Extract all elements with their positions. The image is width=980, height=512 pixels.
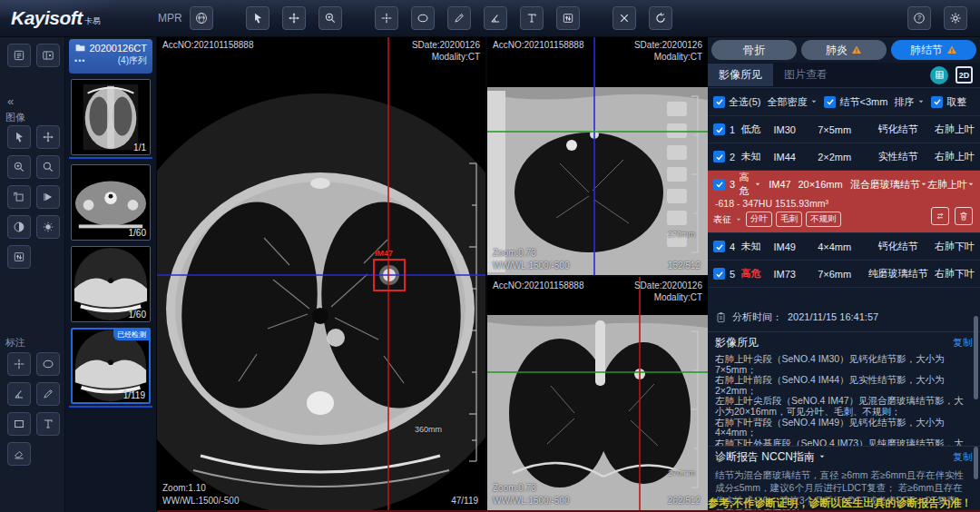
axial-accession: AccNO:202101158888 — [162, 40, 253, 50]
findings-scrollbar[interactable] — [974, 316, 978, 399]
2d-mode-button[interactable]: 2D — [956, 66, 973, 84]
warning-icon — [851, 44, 862, 55]
delete-nodule-button[interactable] — [955, 207, 973, 225]
series-thumbnail[interactable]: 1/60 — [71, 246, 151, 322]
measure-button[interactable] — [447, 6, 471, 30]
feature-chip[interactable]: 不规则 — [806, 212, 841, 227]
reset-icon — [654, 12, 667, 25]
density-filter-dropdown[interactable]: 全部密度 — [767, 95, 818, 109]
nodule-row-selected[interactable]: 3高危IM4720×16mm混合磨玻璃结节左肺上叶-618 - 347HU 15… — [708, 171, 980, 233]
round-checkbox[interactable] — [931, 96, 943, 108]
angle-button[interactable] — [484, 6, 507, 30]
feature-chip[interactable]: 分叶 — [746, 212, 772, 227]
zoom-in-tool-button[interactable] — [7, 155, 31, 179]
axial-ruler-label: 360mm — [415, 425, 442, 434]
collapse-sidebar-button[interactable]: « — [7, 94, 14, 108]
ai-tab-1[interactable]: 肺炎 — [801, 40, 887, 60]
coronal-slice-index: 262/512 — [668, 496, 701, 506]
thumbnail-separator — [69, 406, 152, 408]
logo-subtext: 卡易 — [84, 15, 101, 27]
report-button[interactable] — [930, 66, 948, 84]
axial-viewport[interactable]: AccNO:202101158888 SDate:20200126 Modali… — [157, 36, 485, 510]
coronal-viewport[interactable]: AccNO:202101158888 SDate:20200126 Modali… — [487, 277, 708, 510]
pan-button[interactable] — [282, 6, 306, 30]
copy-findings-button[interactable]: 复制 — [953, 336, 973, 350]
nodule-checkbox[interactable] — [713, 179, 725, 191]
select-all-filter[interactable]: 全选(5) — [713, 95, 760, 109]
series-more-icon[interactable]: ••• — [74, 56, 85, 65]
axial-window-level: WW/WL:1500/-500 — [162, 496, 239, 506]
ellipse-tool-button[interactable] — [36, 352, 60, 376]
cine-play-tool-button[interactable] — [36, 185, 60, 209]
feature-dropdown[interactable]: 表征 — [713, 213, 731, 226]
crosshair-tool-button[interactable] — [7, 352, 31, 376]
window-level-tool-button[interactable] — [7, 245, 31, 269]
restore-nodule-button[interactable] — [931, 207, 949, 225]
eraser-tool-button[interactable] — [7, 442, 31, 466]
select-all-checkbox[interactable] — [713, 96, 725, 108]
play-icon — [42, 191, 54, 203]
ai-tab-label: 肺炎 — [826, 43, 848, 58]
ellipse-button[interactable] — [411, 6, 435, 30]
series-thumbnail[interactable]: 1/60 — [71, 164, 151, 241]
round-filter[interactable]: 取整 — [931, 95, 966, 109]
sagittal-viewport[interactable]: AccNO:202101158888 SDate:20200126 Modali… — [487, 36, 708, 275]
nodule-row[interactable]: 2未知IM442×2mm实性结节右肺上叶 — [708, 143, 980, 171]
text-tool-button[interactable] — [36, 412, 60, 436]
analysis-time-row: 分析时间： 2021/11/15 16:41:57 — [715, 308, 980, 326]
mpr-button[interactable]: MPR — [190, 6, 213, 30]
window-level-button[interactable] — [556, 6, 580, 30]
delete-button[interactable] — [612, 6, 636, 30]
tab-findings[interactable]: 影像所见 — [708, 64, 773, 86]
text-button[interactable] — [520, 6, 544, 30]
copy-report-button[interactable]: 复制 — [953, 450, 973, 464]
svg-text:?: ? — [917, 15, 921, 21]
report-scrollbar[interactable] — [974, 447, 978, 479]
help-button[interactable]: ? — [907, 6, 931, 30]
pan-tool-button[interactable] — [36, 125, 60, 149]
nodule-row[interactable]: 5高危IM737×6mm纯磨玻璃结节右肺下叶 — [708, 261, 980, 288]
invert-tool-button[interactable] — [7, 215, 31, 239]
close-panel-button[interactable] — [36, 44, 60, 67]
small-nodule-filter[interactable]: 结节<3mm — [824, 95, 887, 109]
tab-image-view[interactable]: 图片查看 — [773, 64, 838, 86]
nodule-checkbox[interactable] — [713, 268, 725, 280]
zoom-in-button[interactable] — [318, 6, 342, 30]
settings-button[interactable] — [944, 6, 967, 30]
ai-tab-0[interactable]: 骨折 — [711, 40, 797, 60]
cursor-button[interactable] — [246, 6, 270, 30]
small-nodule-checkbox[interactable] — [824, 96, 836, 108]
cursor-icon — [13, 131, 25, 143]
top-toolbar: Kayisoft 卡易 MPR MPR ? — [0, 0, 980, 37]
layout-icon — [42, 49, 54, 62]
series-thumbnail[interactable]: 1/1 — [71, 79, 151, 155]
cursor-tool-button[interactable] — [7, 125, 31, 149]
ellipse-icon — [416, 12, 429, 25]
nodule-checkbox[interactable] — [713, 151, 725, 162]
series-list-button[interactable] — [7, 44, 31, 67]
series-thumbnail[interactable]: 已经检测1/119 — [71, 328, 151, 404]
sort-dropdown[interactable]: 排序 — [894, 95, 925, 109]
rotate-tool-button[interactable] — [7, 185, 31, 209]
reset-button[interactable] — [649, 6, 672, 30]
rectangle-tool-button[interactable] — [7, 412, 31, 436]
nodule-checkbox[interactable] — [713, 123, 725, 135]
thumbnail-separator — [69, 157, 152, 159]
series-header[interactable]: 20200126CT ••• (4)序列 — [69, 39, 152, 74]
brightness-tool-button[interactable] — [36, 215, 60, 239]
axial-study-date: SDate:20200126 — [412, 40, 480, 50]
pencil-tool-button[interactable] — [36, 382, 60, 406]
nodule-row[interactable]: 4未知IM494×4mm钙化结节右肺下叶 — [708, 233, 980, 261]
magnify-tool-button[interactable] — [36, 155, 60, 179]
angle-tool-button[interactable] — [7, 382, 31, 406]
text-icon — [42, 418, 54, 430]
nodule-row[interactable]: 1低危IM307×5mm钙化结节右肺上叶 — [708, 116, 980, 143]
crosshair-button[interactable] — [375, 6, 398, 30]
brightness-icon — [42, 221, 54, 233]
feature-chip[interactable]: 毛刺 — [776, 212, 802, 227]
coronal-window-level: WW/WL:1500/-500 — [493, 496, 569, 506]
wl-icon — [562, 12, 574, 25]
ai-tab-2[interactable]: 肺结节 — [891, 40, 976, 60]
coronal-study-date: SDate:20200126 — [634, 281, 702, 290]
nodule-checkbox[interactable] — [713, 241, 725, 252]
